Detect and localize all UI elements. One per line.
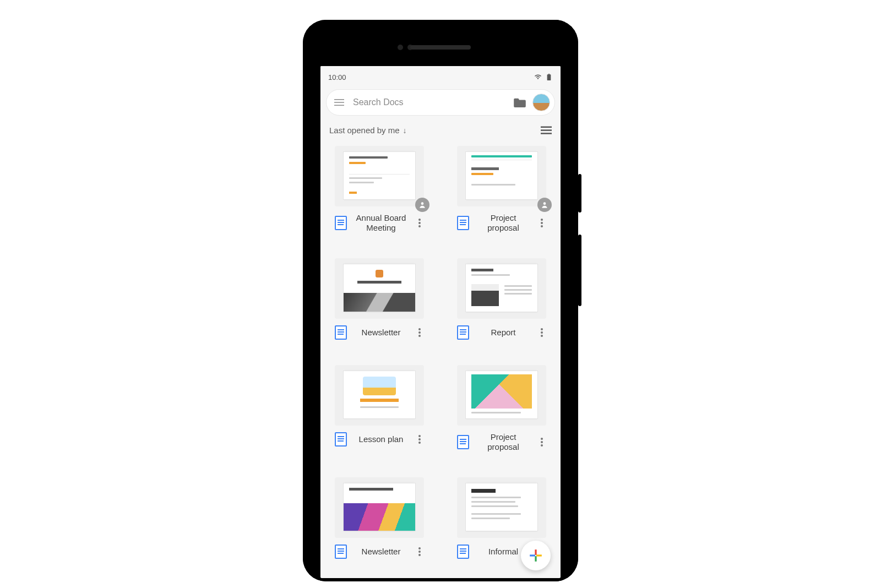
doc-thumbnail[interactable] <box>335 477 424 538</box>
doc-title: Project proposal <box>474 432 533 452</box>
doc-card[interactable]: Lesson plan <box>335 365 424 452</box>
svg-point-23 <box>418 438 421 440</box>
doc-thumbnail[interactable] <box>335 146 424 206</box>
plus-icon <box>529 548 543 563</box>
docs-icon <box>335 216 347 230</box>
doc-card[interactable]: Project proposal <box>457 365 546 452</box>
thumbnail-preview <box>343 264 416 312</box>
doc-footer: Report <box>457 319 546 340</box>
shared-badge <box>537 198 552 212</box>
svg-point-10 <box>418 222 421 224</box>
svg-point-14 <box>541 222 543 224</box>
svg-rect-1 <box>547 74 551 80</box>
doc-thumbnail[interactable] <box>457 258 546 319</box>
avatar[interactable] <box>532 94 550 111</box>
more-options-button[interactable] <box>415 219 424 227</box>
more-options-button[interactable] <box>415 547 424 556</box>
doc-footer: Project proposal <box>457 426 546 452</box>
doc-footer: Newsletter <box>335 319 424 340</box>
view-toggle-button[interactable] <box>541 126 552 135</box>
folder-icon[interactable] <box>514 97 526 107</box>
sort-label: Last opened by me <box>329 126 400 135</box>
svg-point-28 <box>418 547 421 549</box>
svg-point-21 <box>541 335 543 337</box>
svg-point-29 <box>418 551 421 553</box>
doc-thumbnail[interactable] <box>457 146 546 206</box>
svg-rect-36 <box>530 554 535 556</box>
doc-card[interactable]: Newsletter <box>335 258 424 340</box>
svg-point-9 <box>418 219 421 221</box>
svg-point-19 <box>541 328 543 330</box>
svg-rect-6 <box>541 129 552 131</box>
doc-footer: Lesson plan <box>335 426 424 447</box>
docs-icon <box>457 216 469 230</box>
wifi-icon <box>534 74 542 80</box>
more-vert-icon <box>541 328 543 337</box>
doc-thumbnail[interactable] <box>335 258 424 319</box>
sort-row: Last opened by me ↓ <box>320 116 561 140</box>
doc-card[interactable]: Newsletter <box>335 477 424 559</box>
svg-rect-2 <box>334 99 344 100</box>
svg-rect-35 <box>535 556 536 562</box>
svg-point-25 <box>541 438 543 440</box>
svg-point-15 <box>541 225 543 227</box>
phone-bezel: 10:00 Search Docs Last opened by me <box>309 26 572 575</box>
docs-icon <box>335 325 347 340</box>
doc-card[interactable]: Project proposal <box>457 146 546 233</box>
more-options-button[interactable] <box>415 435 424 444</box>
search-placeholder[interactable]: Search Docs <box>353 97 507 107</box>
new-document-fab[interactable] <box>521 541 551 570</box>
thumbnail-preview <box>465 483 538 531</box>
svg-rect-37 <box>536 554 542 556</box>
sensor-dot <box>398 45 403 50</box>
svg-point-20 <box>541 331 543 334</box>
more-vert-icon <box>418 547 421 556</box>
svg-point-17 <box>418 331 421 334</box>
shared-badge <box>415 198 429 212</box>
person-icon <box>541 201 548 209</box>
menu-button[interactable] <box>332 95 346 110</box>
more-options-button[interactable] <box>537 328 546 337</box>
search-bar[interactable]: Search Docs <box>326 89 555 116</box>
doc-title: Lesson plan <box>351 434 411 444</box>
thumbnail-preview <box>465 151 538 200</box>
more-options-button[interactable] <box>415 328 424 337</box>
svg-rect-7 <box>541 133 552 134</box>
status-icons <box>534 74 553 80</box>
battery-icon <box>545 74 553 80</box>
docs-icon <box>335 432 347 447</box>
svg-point-30 <box>418 554 421 556</box>
svg-rect-3 <box>334 102 344 103</box>
doc-title: Newsletter <box>351 547 411 557</box>
more-vert-icon <box>418 435 421 444</box>
doc-thumbnail[interactable] <box>335 365 424 426</box>
doc-card[interactable]: Annual Board Meeting <box>335 146 424 233</box>
thumbnail-preview <box>465 371 538 419</box>
doc-thumbnail[interactable] <box>457 477 546 538</box>
thumbnail-preview <box>465 264 538 312</box>
more-options-button[interactable] <box>537 438 546 447</box>
svg-point-27 <box>541 444 543 447</box>
svg-point-16 <box>418 328 421 330</box>
more-options-button[interactable] <box>537 219 546 227</box>
hamburger-icon <box>334 99 344 106</box>
doc-title: Annual Board Meeting <box>351 213 411 233</box>
doc-card[interactable]: Report <box>457 258 546 340</box>
screen: 10:00 Search Docs Last opened by me <box>320 66 561 578</box>
doc-title: Report <box>474 328 533 337</box>
svg-rect-34 <box>535 549 536 555</box>
doc-thumbnail[interactable] <box>457 365 546 426</box>
svg-rect-0 <box>548 74 550 74</box>
svg-point-26 <box>541 441 543 443</box>
earpiece <box>410 45 471 50</box>
docs-icon <box>457 435 469 449</box>
arrow-down-icon: ↓ <box>403 126 407 135</box>
thumbnail-preview <box>343 483 416 531</box>
svg-rect-5 <box>541 126 552 128</box>
svg-rect-4 <box>334 105 344 106</box>
status-time: 10:00 <box>328 73 346 81</box>
doc-footer: Annual Board Meeting <box>335 206 424 233</box>
sort-dropdown[interactable]: Last opened by me ↓ <box>329 126 407 135</box>
svg-point-24 <box>418 442 421 444</box>
side-button <box>578 235 581 306</box>
